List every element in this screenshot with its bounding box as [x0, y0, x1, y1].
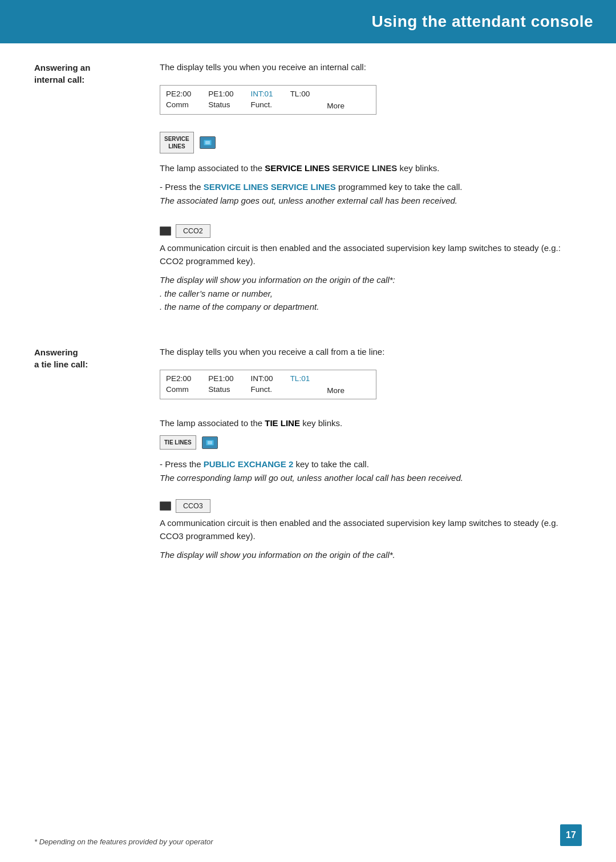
- service-lines-key: SERVICELINES: [160, 132, 194, 153]
- display-cell-tl-tie: TL:01: [290, 374, 310, 395]
- display-cell-int: INT:01 Funct.: [251, 89, 273, 111]
- cco2-description: A communication circuit is then enabled …: [160, 241, 582, 268]
- display-cell-pe1: PE1:00 Status: [208, 89, 233, 111]
- svg-rect-3: [208, 441, 212, 444]
- press-public-exchange-text: - Press the PUBLIC EXCHANGE 2 key to tak…: [160, 458, 582, 484]
- tie-lines-widget: TIE LINES: [160, 435, 582, 450]
- section-content-internal: The display tells you when you receive a…: [160, 60, 582, 319]
- display-info-italic-internal: The display will show you information on…: [160, 273, 582, 313]
- cco2-key: CCO2: [176, 224, 210, 238]
- display-box-2: PE2:00 Comm PE1:00 Status INT:00 Funct. …: [160, 370, 376, 399]
- section-label-internal: Answering an internal call:: [34, 62, 148, 86]
- lamp-blinks-text-tieline: The lamp associated to the TIE LINE key …: [160, 416, 582, 430]
- service-lines-lamp: [200, 136, 216, 149]
- tie-lines-key: TIE LINES: [160, 435, 196, 450]
- section-label-col: Answering an internal call:: [34, 60, 160, 319]
- display-more-2: More: [327, 374, 370, 395]
- footnote-text: * Depending on the features provided by …: [34, 837, 213, 846]
- cco3-key: CCO3: [176, 499, 210, 513]
- cco3-description: A communication circuit is then enabled …: [160, 516, 582, 543]
- section-content-tieline: The display tells you when you receive a…: [160, 345, 582, 568]
- display-cell-pe1-tie: PE1:00 Status: [208, 374, 233, 395]
- page-header: Using the attendant console: [0, 0, 616, 43]
- press-service-lines-text: - Press the SERVICE LINES SERVICE LINES …: [160, 180, 582, 207]
- section-label-col-tie: Answering a tie line call:: [34, 345, 160, 568]
- section-label-tieline: Answering a tie line call:: [34, 346, 148, 370]
- intro-text-tieline: The display tells you when you receive a…: [160, 345, 582, 358]
- service-lines-bold: SERVICE LINES: [265, 163, 330, 173]
- footnote-area: * Depending on the features provided by …: [0, 824, 616, 846]
- section-tieline-call: Answering a tie line call: The display t…: [34, 345, 582, 568]
- display-cell-int-tie: INT:00 Funct.: [251, 374, 273, 395]
- cco3-widget: CCO3: [160, 499, 582, 513]
- page-number: 17: [560, 824, 582, 846]
- cco2-widget: CCO2: [160, 224, 582, 238]
- intro-text-internal: The display tells you when you receive a…: [160, 60, 582, 74]
- tie-lines-lamp: [202, 436, 218, 449]
- display-box-1: PE2:00 Comm PE1:00 Status INT:01 Funct. …: [160, 85, 376, 115]
- svg-rect-1: [205, 141, 210, 144]
- display-more-1: More: [327, 89, 370, 111]
- cco3-lamp: [160, 501, 171, 511]
- cco2-lamp: [160, 226, 171, 236]
- page-title: Using the attendant console: [372, 13, 593, 30]
- lamp-blinks-text-internal: The lamp associated to the SERVICE LINES…: [160, 161, 582, 175]
- display-cell-tl: TL:00: [290, 89, 310, 111]
- section-internal-call: Answering an internal call: The display …: [34, 60, 582, 319]
- display-cell-pe2-tie: PE2:00 Comm: [166, 374, 191, 395]
- display-info-italic-tieline: The display will show you information on…: [160, 548, 582, 561]
- display-cell-pe2: PE2:00 Comm: [166, 89, 191, 111]
- service-lines-widget: SERVICELINES: [160, 132, 582, 153]
